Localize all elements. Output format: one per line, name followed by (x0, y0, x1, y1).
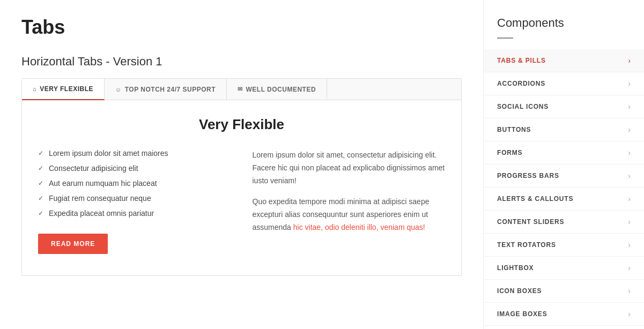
check-icon: ✓ (38, 149, 43, 157)
page-title: Tabs (21, 16, 462, 39)
sidebar-item-tabs-pills[interactable]: TABS & PILLS › (484, 49, 644, 72)
tab-documented-label: WELL DOCUMENTED (246, 86, 316, 93)
section-title: Horizontal Tabs - Version 1 (21, 55, 462, 69)
paragraph2-highlight: hic vitae, odio deleniti illo, veniam qu… (293, 223, 425, 231)
sidebar-item-text-rotators[interactable]: TEXT ROTATORS › (484, 234, 644, 257)
chevron-right-icon: › (628, 218, 631, 226)
sidebar-item-lightbox[interactable]: LIGHTBOX › (484, 257, 644, 280)
nav-label-tabs-pills: TABS & PILLS (497, 57, 546, 64)
check-icon: ✓ (38, 195, 43, 202)
sidebar-item-forms[interactable]: FORMS › (484, 141, 644, 164)
tab-left-column: ✓ Lorem ipsum dolor sit amet maiores ✓ C… (38, 149, 231, 254)
sidebar-item-alerts-callouts[interactable]: ALERTS & CALLOUTS › (484, 188, 644, 211)
check-icon: ✓ (38, 210, 43, 217)
user-icon: ☺ (115, 86, 122, 93)
nav-label-lightbox: LIGHTBOX (497, 264, 534, 272)
nav-label-forms: FORMS (497, 149, 522, 156)
chevron-right-icon: › (628, 241, 631, 249)
chevron-right-icon: › (628, 264, 631, 272)
nav-label-image-boxes: IMAGE BOXES (497, 310, 547, 318)
sidebar-item-social-icons[interactable]: SOCIAL ICONS › (484, 95, 644, 118)
sidebar-nav: TABS & PILLS › ACCORDIONS › SOCIAL ICONS… (484, 49, 644, 326)
chevron-right-icon: › (628, 148, 631, 157)
nav-label-accordions: ACCORDIONS (497, 80, 545, 87)
nav-label-progress-bars: PROGRESS BARS (497, 172, 559, 180)
tabs-container: ⌂ VERY FLEXIBLE ☺ TOP NOTCH 24/7 SUPPORT… (21, 78, 462, 276)
home-icon: ⌂ (33, 86, 36, 92)
list-item: ✓ Expedita placeat omnis pariatur (38, 209, 231, 218)
chevron-right-icon: › (628, 56, 631, 65)
list-item: ✓ Lorem ipsum dolor sit amet maiores (38, 149, 231, 158)
list-item: ✓ Aut earum numquam hic placeat (38, 179, 231, 188)
sidebar: Components TABS & PILLS › ACCORDIONS › S… (483, 0, 644, 329)
sidebar-title: Components (484, 16, 644, 30)
sidebar-divider (497, 38, 513, 39)
read-more-button[interactable]: READ MORE (38, 234, 108, 254)
chevron-right-icon: › (628, 102, 631, 111)
main-content: Tabs Horizontal Tabs - Version 1 ⌂ VERY … (0, 0, 483, 329)
tab-right-column: Lorem ipsum dolor sit amet, consectetur … (253, 149, 446, 254)
check-icon: ✓ (38, 164, 43, 172)
envelope-icon: ✉ (238, 86, 243, 93)
check-icon: ✓ (38, 180, 43, 187)
nav-label-social-icons: SOCIAL ICONS (497, 103, 549, 110)
nav-label-icon-boxes: ICON BOXES (497, 287, 542, 295)
sidebar-item-accordions[interactable]: ACCORDIONS › (484, 72, 644, 95)
chevron-right-icon: › (628, 310, 631, 318)
tab-flexible-label: VERY FLEXIBLE (40, 85, 93, 93)
checklist: ✓ Lorem ipsum dolor sit amet maiores ✓ C… (38, 149, 231, 218)
tab-paragraph-1: Lorem ipsum dolor sit amet, consectetur … (253, 149, 446, 187)
nav-label-alerts-callouts: ALERTS & CALLOUTS (497, 195, 573, 203)
tab-support[interactable]: ☺ TOP NOTCH 24/7 SUPPORT (105, 79, 227, 100)
list-item: ✓ Consectetur adipisicing elit (38, 164, 231, 173)
nav-label-content-sliders: CONTENT SLIDERS (497, 218, 564, 226)
sidebar-item-image-boxes[interactable]: IMAGE BOXES › (484, 303, 644, 326)
sidebar-item-content-sliders[interactable]: CONTENT SLIDERS › (484, 211, 644, 234)
nav-label-buttons: BUTTONS (497, 126, 531, 133)
tab-content-body: ✓ Lorem ipsum dolor sit amet maiores ✓ C… (38, 149, 445, 254)
nav-label-text-rotators: TEXT ROTATORS (497, 241, 556, 249)
tab-content-title: Very Flexible (38, 116, 445, 133)
sidebar-item-icon-boxes[interactable]: ICON BOXES › (484, 280, 644, 303)
chevron-right-icon: › (628, 125, 631, 134)
list-item: ✓ Fugiat rem consequatur neque (38, 194, 231, 203)
tabs-nav: ⌂ VERY FLEXIBLE ☺ TOP NOTCH 24/7 SUPPORT… (22, 79, 461, 100)
tab-paragraph-2: Quo expedita tempore modi minima at adip… (253, 196, 446, 234)
sidebar-item-buttons[interactable]: BUTTONS › (484, 118, 644, 141)
chevron-right-icon: › (628, 79, 631, 88)
chevron-right-icon: › (628, 287, 631, 295)
tab-support-label: TOP NOTCH 24/7 SUPPORT (125, 86, 216, 93)
sidebar-item-progress-bars[interactable]: PROGRESS BARS › (484, 164, 644, 188)
chevron-right-icon: › (628, 195, 631, 203)
tab-content-panel: Very Flexible ✓ Lorem ipsum dolor sit am… (22, 100, 461, 275)
tab-documented[interactable]: ✉ WELL DOCUMENTED (227, 79, 327, 100)
tab-very-flexible[interactable]: ⌂ VERY FLEXIBLE (22, 79, 105, 100)
chevron-right-icon: › (628, 171, 631, 180)
